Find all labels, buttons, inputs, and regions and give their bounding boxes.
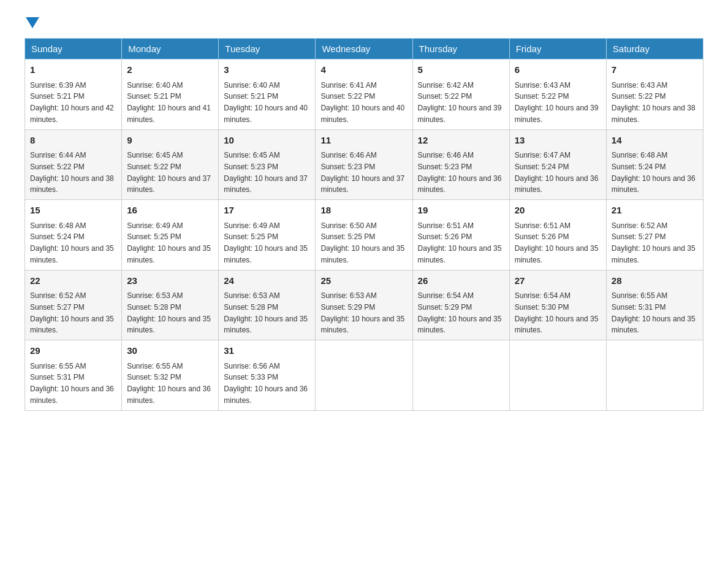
day-number: 30 bbox=[127, 344, 213, 358]
day-number: 8 bbox=[30, 134, 116, 148]
calendar-cell: 12Sunrise: 6:46 AMSunset: 5:23 PMDayligh… bbox=[412, 129, 509, 200]
calendar-cell: 27Sunrise: 6:54 AMSunset: 5:30 PMDayligh… bbox=[509, 270, 606, 340]
svg-marker-0 bbox=[26, 17, 39, 28]
day-number: 2 bbox=[127, 63, 213, 77]
day-info: Sunrise: 6:40 AMSunset: 5:21 PMDaylight:… bbox=[127, 81, 211, 124]
day-info: Sunrise: 6:55 AMSunset: 5:31 PMDaylight:… bbox=[612, 291, 696, 334]
day-number: 4 bbox=[320, 63, 407, 77]
calendar-week-row: 22Sunrise: 6:52 AMSunset: 5:27 PMDayligh… bbox=[25, 270, 703, 340]
day-number: 27 bbox=[515, 274, 601, 288]
day-info: Sunrise: 6:53 AMSunset: 5:29 PMDaylight:… bbox=[320, 291, 404, 334]
calendar-cell: 16Sunrise: 6:49 AMSunset: 5:25 PMDayligh… bbox=[122, 200, 219, 270]
day-info: Sunrise: 6:40 AMSunset: 5:21 PMDaylight:… bbox=[224, 81, 308, 124]
day-info: Sunrise: 6:49 AMSunset: 5:25 PMDaylight:… bbox=[224, 221, 308, 264]
calendar-cell: 31Sunrise: 6:56 AMSunset: 5:33 PMDayligh… bbox=[219, 340, 316, 411]
day-info: Sunrise: 6:48 AMSunset: 5:24 PMDaylight:… bbox=[30, 221, 114, 264]
day-info: Sunrise: 6:51 AMSunset: 5:26 PMDaylight:… bbox=[418, 221, 502, 264]
day-number: 29 bbox=[30, 344, 116, 358]
day-info: Sunrise: 6:42 AMSunset: 5:22 PMDaylight:… bbox=[418, 81, 502, 124]
day-number: 28 bbox=[612, 274, 698, 288]
logo-arrow-icon bbox=[26, 17, 39, 31]
day-info: Sunrise: 6:55 AMSunset: 5:32 PMDaylight:… bbox=[127, 362, 211, 405]
day-info: Sunrise: 6:43 AMSunset: 5:22 PMDaylight:… bbox=[515, 81, 599, 124]
calendar-cell: 23Sunrise: 6:53 AMSunset: 5:28 PMDayligh… bbox=[122, 270, 219, 340]
day-number: 3 bbox=[224, 63, 310, 77]
calendar-cell: 21Sunrise: 6:52 AMSunset: 5:27 PMDayligh… bbox=[606, 200, 703, 270]
calendar-cell: 13Sunrise: 6:47 AMSunset: 5:24 PMDayligh… bbox=[509, 129, 606, 200]
day-info: Sunrise: 6:53 AMSunset: 5:28 PMDaylight:… bbox=[224, 291, 308, 334]
day-info: Sunrise: 6:49 AMSunset: 5:25 PMDaylight:… bbox=[127, 221, 211, 264]
calendar-cell: 29Sunrise: 6:55 AMSunset: 5:31 PMDayligh… bbox=[25, 340, 122, 411]
weekday-header-wednesday: Wednesday bbox=[316, 39, 412, 59]
calendar-cell: 15Sunrise: 6:48 AMSunset: 5:24 PMDayligh… bbox=[25, 200, 122, 270]
day-number: 10 bbox=[224, 134, 310, 148]
day-number: 17 bbox=[224, 204, 310, 218]
calendar-cell bbox=[509, 340, 606, 411]
day-info: Sunrise: 6:41 AMSunset: 5:22 PMDaylight:… bbox=[320, 81, 404, 124]
page-header bbox=[25, 18, 703, 32]
calendar-cell: 7Sunrise: 6:43 AMSunset: 5:22 PMDaylight… bbox=[606, 59, 703, 130]
day-number: 25 bbox=[320, 274, 407, 288]
weekday-header-sunday: Sunday bbox=[25, 39, 122, 59]
day-info: Sunrise: 6:39 AMSunset: 5:21 PMDaylight:… bbox=[30, 81, 114, 124]
day-info: Sunrise: 6:55 AMSunset: 5:31 PMDaylight:… bbox=[30, 362, 114, 405]
logo bbox=[25, 18, 39, 32]
calendar-cell: 22Sunrise: 6:52 AMSunset: 5:27 PMDayligh… bbox=[25, 270, 122, 340]
day-number: 6 bbox=[515, 63, 601, 77]
day-number: 13 bbox=[515, 134, 601, 148]
day-info: Sunrise: 6:48 AMSunset: 5:24 PMDaylight:… bbox=[612, 151, 696, 194]
calendar-cell: 28Sunrise: 6:55 AMSunset: 5:31 PMDayligh… bbox=[606, 270, 703, 340]
calendar-week-row: 1Sunrise: 6:39 AMSunset: 5:21 PMDaylight… bbox=[25, 59, 703, 130]
calendar-cell: 17Sunrise: 6:49 AMSunset: 5:25 PMDayligh… bbox=[219, 200, 316, 270]
weekday-header-tuesday: Tuesday bbox=[219, 39, 316, 59]
calendar-cell: 3Sunrise: 6:40 AMSunset: 5:21 PMDaylight… bbox=[219, 59, 316, 130]
day-info: Sunrise: 6:43 AMSunset: 5:22 PMDaylight:… bbox=[612, 81, 696, 124]
calendar-cell: 1Sunrise: 6:39 AMSunset: 5:21 PMDaylight… bbox=[25, 59, 122, 130]
calendar-cell: 24Sunrise: 6:53 AMSunset: 5:28 PMDayligh… bbox=[219, 270, 316, 340]
calendar-cell: 5Sunrise: 6:42 AMSunset: 5:22 PMDaylight… bbox=[412, 59, 509, 130]
day-number: 23 bbox=[127, 274, 213, 288]
day-number: 31 bbox=[224, 344, 310, 358]
weekday-header-row: SundayMondayTuesdayWednesdayThursdayFrid… bbox=[25, 39, 703, 59]
weekday-header-monday: Monday bbox=[122, 39, 219, 59]
calendar-cell: 14Sunrise: 6:48 AMSunset: 5:24 PMDayligh… bbox=[606, 129, 703, 200]
day-number: 22 bbox=[30, 274, 116, 288]
day-number: 19 bbox=[418, 204, 504, 218]
day-number: 15 bbox=[30, 204, 116, 218]
day-number: 11 bbox=[320, 134, 407, 148]
day-info: Sunrise: 6:54 AMSunset: 5:29 PMDaylight:… bbox=[418, 291, 502, 334]
day-info: Sunrise: 6:54 AMSunset: 5:30 PMDaylight:… bbox=[515, 291, 599, 334]
calendar-cell: 11Sunrise: 6:46 AMSunset: 5:23 PMDayligh… bbox=[316, 129, 412, 200]
day-info: Sunrise: 6:47 AMSunset: 5:24 PMDaylight:… bbox=[515, 151, 599, 194]
calendar-cell: 18Sunrise: 6:50 AMSunset: 5:25 PMDayligh… bbox=[316, 200, 412, 270]
day-info: Sunrise: 6:46 AMSunset: 5:23 PMDaylight:… bbox=[418, 151, 502, 194]
calendar-cell: 25Sunrise: 6:53 AMSunset: 5:29 PMDayligh… bbox=[316, 270, 412, 340]
day-info: Sunrise: 6:51 AMSunset: 5:26 PMDaylight:… bbox=[515, 221, 599, 264]
day-number: 14 bbox=[612, 134, 698, 148]
day-number: 7 bbox=[612, 63, 698, 77]
day-number: 18 bbox=[320, 204, 407, 218]
day-number: 24 bbox=[224, 274, 310, 288]
day-number: 12 bbox=[418, 134, 504, 148]
day-info: Sunrise: 6:46 AMSunset: 5:23 PMDaylight:… bbox=[320, 151, 404, 194]
calendar-week-row: 8Sunrise: 6:44 AMSunset: 5:22 PMDaylight… bbox=[25, 129, 703, 200]
calendar-cell: 20Sunrise: 6:51 AMSunset: 5:26 PMDayligh… bbox=[509, 200, 606, 270]
calendar-cell: 2Sunrise: 6:40 AMSunset: 5:21 PMDaylight… bbox=[122, 59, 219, 130]
day-info: Sunrise: 6:45 AMSunset: 5:22 PMDaylight:… bbox=[127, 151, 211, 194]
day-number: 1 bbox=[30, 63, 116, 77]
day-info: Sunrise: 6:44 AMSunset: 5:22 PMDaylight:… bbox=[30, 151, 114, 194]
calendar-cell bbox=[412, 340, 509, 411]
day-number: 26 bbox=[418, 274, 504, 288]
calendar-week-row: 15Sunrise: 6:48 AMSunset: 5:24 PMDayligh… bbox=[25, 200, 703, 270]
day-number: 16 bbox=[127, 204, 213, 218]
calendar-cell: 26Sunrise: 6:54 AMSunset: 5:29 PMDayligh… bbox=[412, 270, 509, 340]
day-info: Sunrise: 6:52 AMSunset: 5:27 PMDaylight:… bbox=[30, 291, 114, 334]
day-number: 9 bbox=[127, 134, 213, 148]
calendar-cell: 9Sunrise: 6:45 AMSunset: 5:22 PMDaylight… bbox=[122, 129, 219, 200]
weekday-header-saturday: Saturday bbox=[606, 39, 703, 59]
calendar-table: SundayMondayTuesdayWednesdayThursdayFrid… bbox=[25, 38, 703, 411]
day-info: Sunrise: 6:45 AMSunset: 5:23 PMDaylight:… bbox=[224, 151, 308, 194]
calendar-week-row: 29Sunrise: 6:55 AMSunset: 5:31 PMDayligh… bbox=[25, 340, 703, 411]
day-info: Sunrise: 6:53 AMSunset: 5:28 PMDaylight:… bbox=[127, 291, 211, 334]
calendar-cell: 19Sunrise: 6:51 AMSunset: 5:26 PMDayligh… bbox=[412, 200, 509, 270]
